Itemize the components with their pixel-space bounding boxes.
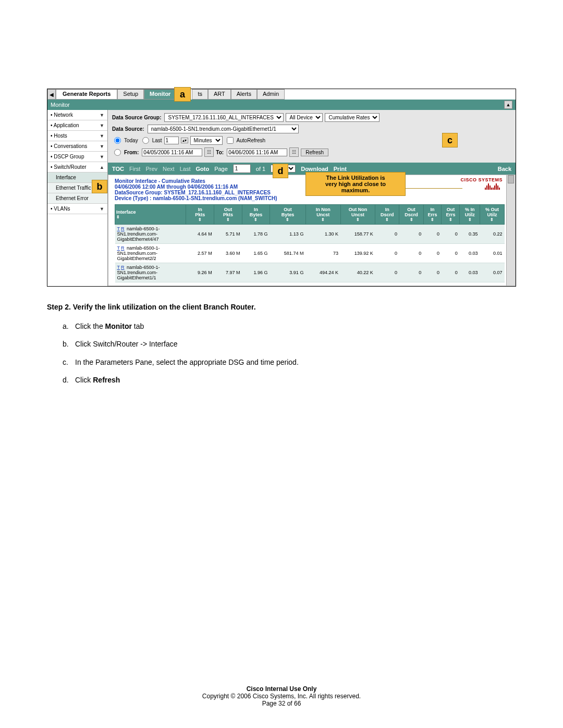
last-unit-select[interactable]: Minutes (190, 136, 223, 145)
refresh-button[interactable]: Refresh (301, 149, 328, 156)
cell-value: 0 (399, 244, 423, 263)
calendar-icon-to[interactable]: ☷ (289, 147, 299, 157)
cell-value: 0 (442, 225, 460, 244)
nav-last[interactable]: Last (180, 166, 191, 172)
col-header[interactable]: OutBytes⇕ (270, 205, 305, 225)
radio-last-label: Last (152, 138, 162, 143)
cell-value: 0.03 (460, 263, 480, 282)
sidebar-item-network[interactable]: • Network▼ (47, 110, 107, 120)
cell-value: 0.22 (480, 225, 504, 244)
report-link[interactable]: R (121, 226, 125, 231)
rates-select[interactable]: Cumulative Rates (325, 113, 380, 122)
marker-b: b (92, 180, 107, 193)
from-label: From: (124, 150, 139, 155)
col-header[interactable]: % OutUtilz⇕ (480, 205, 504, 225)
sidebar-item-eth-error[interactable]: Ethernet Error (47, 193, 107, 204)
tab-generate-reports[interactable]: Generate Reports (56, 89, 117, 100)
tabs-scroll-left[interactable]: ◀ (47, 89, 56, 100)
col-header[interactable]: InBytes⇕ (242, 205, 270, 225)
sidebar-item-hosts[interactable]: • Hosts▼ (47, 131, 107, 141)
col-header[interactable]: % InUtilz⇕ (460, 205, 480, 225)
cell-value: 0.07 (480, 263, 504, 282)
col-header[interactable]: Interface⇕ (115, 205, 186, 225)
last-value-input[interactable] (164, 137, 179, 144)
nav-goto[interactable]: Goto (195, 166, 209, 172)
col-header[interactable]: OutDscrd⇕ (399, 205, 423, 225)
table-row: TR namlab-6500-1-SN1.trendium.com-Gigabi… (115, 263, 505, 282)
nav-print[interactable]: Print (334, 166, 347, 172)
sidebar-item-vlans[interactable]: • VLANs▼ (47, 204, 107, 214)
tab-hidden[interactable]: ts (192, 89, 208, 100)
tab-monitor[interactable]: Monitor (144, 89, 176, 100)
app-screenshot: ◀ Generate Reports Setup Monitor a ts AR… (47, 89, 516, 287)
tab-art[interactable]: ART (208, 89, 231, 100)
radio-from[interactable] (114, 149, 121, 156)
cell-value: 4.64 M (186, 225, 214, 244)
cell-value: 0.03 (460, 244, 480, 263)
breadcrumb-label: Monitor (51, 102, 70, 108)
tab-alerts[interactable]: Alerts (231, 89, 257, 100)
cisco-logo-icon (485, 183, 503, 190)
dsg-select[interactable]: SYSTEM_172.16.11.160_ALL_INTERFACES (164, 113, 284, 122)
trend-link[interactable]: T (117, 265, 120, 270)
col-header[interactable]: OutErrs⇕ (442, 205, 460, 225)
cell-value: 0 (423, 244, 442, 263)
col-header[interactable]: InPkts⇕ (186, 205, 214, 225)
cell-value: 0 (375, 244, 399, 263)
cell-value: 0 (399, 225, 423, 244)
radio-last[interactable] (142, 137, 149, 144)
step-d: d.Click Refresh (63, 373, 516, 387)
ds-select[interactable]: namlab-6500-1-SN1.trendium.com-GigabitEt… (148, 125, 299, 133)
col-header[interactable]: OutPkts⇕ (214, 205, 242, 225)
report-link[interactable]: R (121, 265, 125, 270)
trend-link[interactable]: T (117, 226, 120, 231)
nav-page-label: Page (214, 166, 228, 172)
nav-prev[interactable]: Prev (145, 166, 157, 172)
cell-value: 0.01 (480, 244, 504, 263)
report-device: Device (Type) : namlab-6500-1-SN1.trendi… (115, 195, 505, 201)
device-select[interactable]: All Device (286, 113, 323, 122)
collapse-icon[interactable]: ▲ (504, 101, 512, 109)
from-input[interactable] (142, 149, 202, 156)
sidebar-item-application[interactable]: • Application▼ (47, 120, 107, 131)
marker-d: d (273, 164, 288, 178)
to-input[interactable] (227, 149, 287, 156)
cell-value: 0 (442, 263, 460, 282)
nav-download[interactable]: Download (301, 166, 328, 172)
sidebar-item-conversations[interactable]: • Conversations▼ (47, 141, 107, 152)
cell-value: 581.74 M (270, 244, 305, 263)
nav-back[interactable]: Back (498, 166, 511, 172)
cell-value: 9.26 M (186, 263, 214, 282)
nav-first[interactable]: First (129, 166, 140, 172)
col-header[interactable]: Out NonUncst⇕ (340, 205, 375, 225)
col-header[interactable]: InDscrd⇕ (375, 205, 399, 225)
cell-value: 40.22 K (340, 263, 375, 282)
nav-page-of: of 1 (256, 166, 265, 172)
callout-tooltip: The Link Utilization isvery high and clo… (305, 172, 406, 196)
trend-link[interactable]: T (117, 245, 120, 251)
cell-value: 0.35 (460, 225, 480, 244)
cell-value: 73 (305, 244, 340, 263)
spinner-icon[interactable]: ▴▾ (181, 138, 188, 143)
cell-value: 0 (375, 225, 399, 244)
autorefresh-checkbox[interactable] (227, 137, 234, 144)
tab-admin[interactable]: Admin (257, 89, 285, 100)
cell-value: 2.57 M (186, 244, 214, 263)
step-heading: Step 2. Verify the link utilization on t… (47, 300, 516, 314)
nav-toc[interactable]: TOC (112, 166, 124, 172)
radio-today[interactable] (114, 137, 121, 144)
col-header[interactable]: In NonUncst⇕ (305, 205, 340, 225)
tab-setup[interactable]: Setup (117, 89, 144, 100)
nav-next[interactable]: Next (163, 166, 175, 172)
cell-value: 494.24 K (305, 263, 340, 282)
sidebar-item-switch-router[interactable]: • Switch/Router▲ (47, 162, 107, 172)
radio-today-label: Today (124, 138, 138, 143)
col-header[interactable]: InErrs⇕ (423, 205, 442, 225)
cell-value: 139.92 K (340, 244, 375, 263)
calendar-icon-from[interactable]: ☷ (204, 147, 214, 157)
report-area: The Link Utilization isvery high and clo… (108, 175, 516, 286)
sidebar: • Network▼ • Application▼ • Hosts▼ • Con… (47, 110, 108, 286)
nav-page-input[interactable] (233, 164, 251, 173)
sidebar-item-dscp[interactable]: • DSCP Group▼ (47, 152, 107, 162)
report-link[interactable]: R (121, 245, 125, 251)
